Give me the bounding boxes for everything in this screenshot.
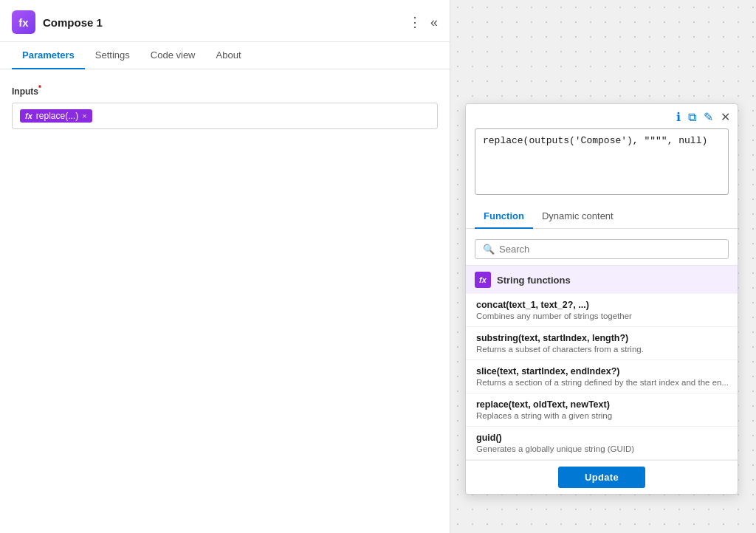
- tab-settings[interactable]: Settings: [85, 42, 140, 69]
- panel-header: fx Compose 1 ⋮ «: [0, 0, 450, 42]
- info-icon[interactable]: ℹ: [676, 110, 681, 124]
- search-icon: 🔍: [483, 244, 495, 255]
- function-desc: Combines any number of strings together: [476, 312, 729, 320]
- function-name: guid(): [476, 433, 729, 443]
- nav-tabs: Parameters Settings Code view About: [0, 42, 450, 69]
- update-bar: Update: [466, 460, 738, 494]
- function-desc: Returns a section of a string defined by…: [476, 378, 729, 387]
- function-desc: Replaces a string with a given string: [476, 411, 729, 420]
- function-desc: Generates a globally unique string (GUID…: [476, 444, 729, 453]
- function-name: slice(text, startIndex, endIndex?): [476, 366, 729, 376]
- expression-textarea-wrap: [466, 128, 738, 204]
- collapse-icon[interactable]: «: [430, 15, 438, 30]
- functions-list: fx String functions concat(text_1, text_…: [466, 265, 738, 460]
- chip-label: replace(...): [36, 111, 78, 121]
- function-desc: Returns a subset of characters from a st…: [476, 345, 729, 354]
- header-actions: ⋮ «: [408, 14, 438, 30]
- list-item[interactable]: substring(text, startIndex, length?) Ret…: [466, 327, 738, 360]
- function-name: substring(text, startIndex, length?): [476, 333, 729, 343]
- more-options-icon[interactable]: ⋮: [408, 14, 422, 30]
- function-name: replace(text, oldText, newText): [476, 399, 729, 410]
- fx-logo: fx: [18, 16, 28, 29]
- replace-chip[interactable]: fx replace(...) ×: [20, 109, 92, 123]
- list-item[interactable]: guid() Generates a globally unique strin…: [466, 427, 738, 460]
- panel-title: Compose 1: [43, 16, 103, 29]
- list-item[interactable]: replace(text, oldText, newText) Replaces…: [466, 393, 738, 427]
- popup-tab-function[interactable]: Function: [475, 204, 533, 229]
- popup-tabs: Function Dynamic content: [466, 204, 738, 229]
- popup-tab-dynamic-content[interactable]: Dynamic content: [533, 204, 622, 229]
- list-item[interactable]: slice(text, startIndex, endIndex?) Retur…: [466, 360, 738, 393]
- edit-icon[interactable]: ✎: [704, 110, 713, 124]
- tab-about[interactable]: About: [206, 42, 252, 69]
- right-area: ℹ ⧉ ✎ ✕ Function Dynamic content 🔍 fx St…: [450, 0, 756, 533]
- inputs-field[interactable]: fx replace(...) ×: [12, 103, 438, 129]
- category-fx-icon: fx: [475, 272, 491, 288]
- popup-toolbar: ℹ ⧉ ✎ ✕: [466, 104, 738, 128]
- update-button[interactable]: Update: [558, 467, 645, 488]
- expression-textarea[interactable]: [475, 128, 729, 195]
- search-input[interactable]: [499, 244, 721, 255]
- tab-code-view[interactable]: Code view: [140, 42, 206, 69]
- category-label: String functions: [497, 275, 571, 286]
- category-header[interactable]: fx String functions: [466, 266, 738, 294]
- chip-fx-icon: fx: [25, 111, 32, 120]
- compose-icon: fx: [12, 10, 35, 34]
- expression-popup: ℹ ⧉ ✎ ✕ Function Dynamic content 🔍 fx St…: [465, 103, 738, 495]
- copy-icon[interactable]: ⧉: [688, 111, 696, 124]
- close-icon[interactable]: ✕: [721, 110, 730, 124]
- function-name: concat(text_1, text_2?, ...): [476, 300, 729, 310]
- panel-body: Inputs* fx replace(...) ×: [0, 69, 450, 533]
- title-area: fx Compose 1: [12, 10, 103, 34]
- chip-close-button[interactable]: ×: [82, 111, 86, 120]
- list-item[interactable]: concat(text_1, text_2?, ...) Combines an…: [466, 294, 738, 327]
- search-box: 🔍: [475, 239, 729, 259]
- tab-parameters[interactable]: Parameters: [12, 42, 85, 69]
- left-panel: fx Compose 1 ⋮ « Parameters Settings Cod…: [0, 0, 450, 533]
- inputs-label: Inputs*: [12, 84, 438, 97]
- search-wrap: 🔍: [466, 235, 738, 265]
